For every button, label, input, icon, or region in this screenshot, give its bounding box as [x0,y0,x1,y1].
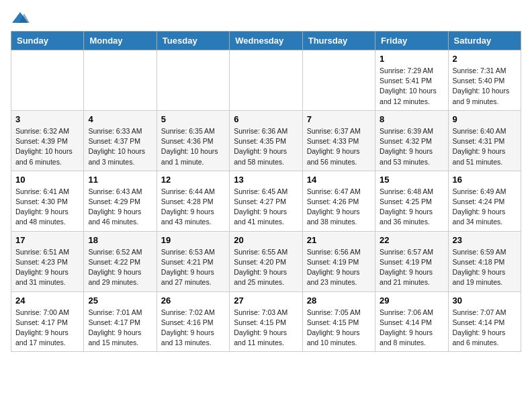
day-info: Sunrise: 6:44 AM Sunset: 4:28 PM Dayligh… [161,187,225,228]
calendar-cell: 7Sunrise: 6:37 AM Sunset: 4:33 PM Daylig… [302,110,375,171]
day-info: Sunrise: 7:03 AM Sunset: 4:15 PM Dayligh… [234,308,298,349]
weekday-header-friday: Friday [375,32,448,50]
day-number: 4 [88,114,152,124]
calendar-cell: 13Sunrise: 6:45 AM Sunset: 4:27 PM Dayli… [230,171,302,231]
day-info: Sunrise: 6:35 AM Sunset: 4:36 PM Dayligh… [161,126,225,167]
day-number: 10 [15,175,79,185]
day-info: Sunrise: 7:00 AM Sunset: 4:17 PM Dayligh… [15,308,79,349]
day-info: Sunrise: 6:45 AM Sunset: 4:27 PM Dayligh… [234,187,298,228]
day-info: Sunrise: 6:33 AM Sunset: 4:37 PM Dayligh… [88,126,152,167]
day-number: 29 [380,295,443,306]
weekday-header-tuesday: Tuesday [157,32,229,50]
calendar-cell: 22Sunrise: 6:57 AM Sunset: 4:19 PM Dayli… [375,231,448,291]
calendar-cell [11,50,84,111]
weekday-header-thursday: Thursday [302,32,375,50]
day-info: Sunrise: 7:31 AM Sunset: 5:40 PM Dayligh… [453,66,517,107]
day-info: Sunrise: 6:37 AM Sunset: 4:33 PM Dayligh… [307,126,371,167]
calendar-cell: 29Sunrise: 7:06 AM Sunset: 4:14 PM Dayli… [375,291,448,352]
day-number: 3 [15,114,79,124]
calendar-table: SundayMondayTuesdayWednesdayThursdayFrid… [11,31,521,352]
calendar-cell: 25Sunrise: 7:01 AM Sunset: 4:17 PM Dayli… [84,291,157,352]
calendar-cell: 14Sunrise: 6:47 AM Sunset: 4:26 PM Dayli… [302,171,375,231]
day-info: Sunrise: 6:59 AM Sunset: 4:18 PM Dayligh… [453,247,517,288]
day-number: 11 [88,175,152,185]
day-number: 7 [307,114,371,124]
calendar-cell: 24Sunrise: 7:00 AM Sunset: 4:17 PM Dayli… [11,291,84,352]
day-number: 12 [161,175,225,185]
calendar-cell: 18Sunrise: 6:52 AM Sunset: 4:22 PM Dayli… [84,231,157,291]
day-info: Sunrise: 7:29 AM Sunset: 5:41 PM Dayligh… [380,66,443,107]
logo [11,11,31,26]
calendar-cell: 27Sunrise: 7:03 AM Sunset: 4:15 PM Dayli… [230,291,302,352]
day-info: Sunrise: 6:43 AM Sunset: 4:29 PM Dayligh… [88,187,152,228]
calendar-cell: 1Sunrise: 7:29 AM Sunset: 5:41 PM Daylig… [375,50,448,111]
day-number: 24 [15,295,79,306]
calendar-cell: 3Sunrise: 6:32 AM Sunset: 4:39 PM Daylig… [11,110,84,171]
day-info: Sunrise: 6:36 AM Sunset: 4:35 PM Dayligh… [234,126,298,167]
day-number: 17 [15,235,79,245]
calendar-cell: 9Sunrise: 6:40 AM Sunset: 4:31 PM Daylig… [448,110,521,171]
calendar-cell [230,50,302,111]
day-number: 22 [380,235,443,245]
day-number: 13 [234,175,298,185]
logo-icon [11,11,30,26]
calendar-cell [157,50,229,111]
day-info: Sunrise: 6:53 AM Sunset: 4:21 PM Dayligh… [161,247,225,288]
calendar-cell: 19Sunrise: 6:53 AM Sunset: 4:21 PM Dayli… [157,231,229,291]
calendar-cell: 26Sunrise: 7:02 AM Sunset: 4:16 PM Dayli… [157,291,229,352]
calendar-cell [84,50,157,111]
calendar-cell: 21Sunrise: 6:56 AM Sunset: 4:19 PM Dayli… [302,231,375,291]
day-number: 14 [307,175,371,185]
day-info: Sunrise: 7:06 AM Sunset: 4:14 PM Dayligh… [380,308,443,349]
day-number: 6 [234,114,298,124]
day-info: Sunrise: 6:39 AM Sunset: 4:32 PM Dayligh… [380,126,443,167]
day-info: Sunrise: 6:40 AM Sunset: 4:31 PM Dayligh… [453,126,517,167]
day-info: Sunrise: 6:55 AM Sunset: 4:20 PM Dayligh… [234,247,298,288]
weekday-header-monday: Monday [84,32,157,50]
day-info: Sunrise: 6:52 AM Sunset: 4:22 PM Dayligh… [88,247,152,288]
calendar-cell: 30Sunrise: 7:07 AM Sunset: 4:14 PM Dayli… [448,291,521,352]
day-number: 28 [307,295,371,306]
calendar-cell: 8Sunrise: 6:39 AM Sunset: 4:32 PM Daylig… [375,110,448,171]
day-info: Sunrise: 6:57 AM Sunset: 4:19 PM Dayligh… [380,247,443,288]
day-number: 18 [88,235,152,245]
calendar-cell: 20Sunrise: 6:55 AM Sunset: 4:20 PM Dayli… [230,231,302,291]
weekday-header-saturday: Saturday [448,32,521,50]
day-info: Sunrise: 6:32 AM Sunset: 4:39 PM Dayligh… [15,126,79,167]
day-number: 19 [161,235,225,245]
day-number: 16 [453,175,517,185]
day-number: 27 [234,295,298,306]
calendar-cell: 28Sunrise: 7:05 AM Sunset: 4:15 PM Dayli… [302,291,375,352]
day-info: Sunrise: 6:41 AM Sunset: 4:30 PM Dayligh… [15,187,79,228]
day-number: 8 [380,114,443,124]
day-info: Sunrise: 6:49 AM Sunset: 4:24 PM Dayligh… [453,187,517,228]
calendar-cell: 23Sunrise: 6:59 AM Sunset: 4:18 PM Dayli… [448,231,521,291]
weekday-header-sunday: Sunday [11,32,84,50]
calendar-cell: 15Sunrise: 6:48 AM Sunset: 4:25 PM Dayli… [375,171,448,231]
weekday-header-wednesday: Wednesday [230,32,302,50]
calendar-cell: 16Sunrise: 6:49 AM Sunset: 4:24 PM Dayli… [448,171,521,231]
day-number: 15 [380,175,443,185]
day-info: Sunrise: 7:07 AM Sunset: 4:14 PM Dayligh… [453,308,517,349]
day-info: Sunrise: 7:05 AM Sunset: 4:15 PM Dayligh… [307,308,371,349]
day-number: 23 [453,235,517,245]
calendar-cell: 2Sunrise: 7:31 AM Sunset: 5:40 PM Daylig… [448,50,521,111]
day-number: 1 [380,54,443,64]
day-info: Sunrise: 6:47 AM Sunset: 4:26 PM Dayligh… [307,187,371,228]
day-info: Sunrise: 7:02 AM Sunset: 4:16 PM Dayligh… [161,308,225,349]
calendar-cell: 10Sunrise: 6:41 AM Sunset: 4:30 PM Dayli… [11,171,84,231]
calendar-cell: 17Sunrise: 6:51 AM Sunset: 4:23 PM Dayli… [11,231,84,291]
day-number: 5 [161,114,225,124]
calendar-cell: 4Sunrise: 6:33 AM Sunset: 4:37 PM Daylig… [84,110,157,171]
day-number: 30 [453,295,517,306]
day-info: Sunrise: 7:01 AM Sunset: 4:17 PM Dayligh… [88,308,152,349]
day-info: Sunrise: 6:48 AM Sunset: 4:25 PM Dayligh… [380,187,443,228]
day-info: Sunrise: 6:51 AM Sunset: 4:23 PM Dayligh… [15,247,79,288]
day-number: 25 [88,295,152,306]
calendar-cell: 6Sunrise: 6:36 AM Sunset: 4:35 PM Daylig… [230,110,302,171]
day-number: 2 [453,54,517,64]
day-number: 21 [307,235,371,245]
day-number: 9 [453,114,517,124]
day-number: 20 [234,235,298,245]
day-info: Sunrise: 6:56 AM Sunset: 4:19 PM Dayligh… [307,247,371,288]
